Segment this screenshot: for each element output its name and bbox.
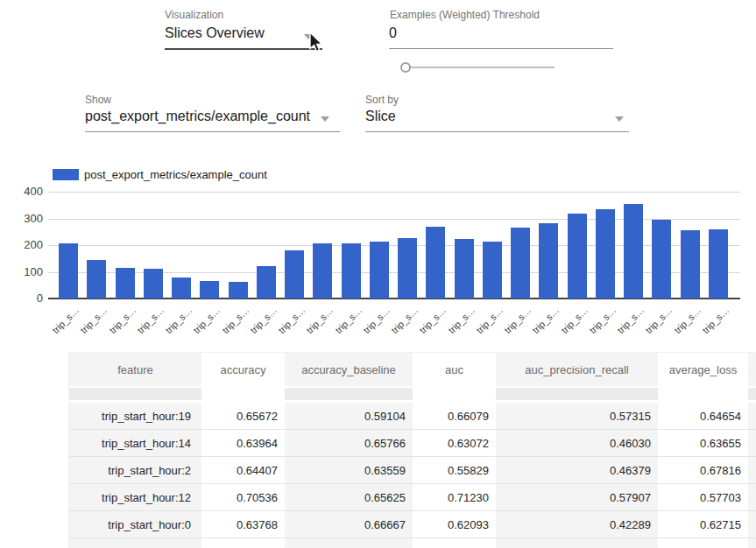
metric-cell: 0.46379 [496,457,658,484]
metric-cell: 0.59104 [285,402,413,430]
metric-cell [748,538,756,548]
metric-cell: 0.65672 [201,402,285,430]
y-axis-tick-label: 100 [0,265,43,278]
metric-cell: 0.42289 [496,511,658,538]
filter-cell [496,387,658,402]
metric-cell [748,511,756,538]
feature-cell: trip_start_hour:0 [69,511,201,538]
metric-cell: 0.63768 [201,511,285,538]
chart-bar[interactable] [370,242,389,299]
chart-bar[interactable] [342,243,361,299]
filter-cell [201,387,285,402]
metric-cell: 0.66667 [285,511,413,538]
feature-cell: trip_start_hour:23 [69,538,201,548]
column-header-accuracy_baseline[interactable]: accuracy_baseline [285,353,413,387]
filter-cell [658,387,748,402]
chart-bar[interactable] [398,238,417,299]
gridline [48,192,740,193]
chart-bar[interactable] [285,250,304,299]
chart-bar[interactable] [455,239,474,299]
column-header-feature[interactable]: feature [69,353,201,387]
chart-bar[interactable] [709,229,728,299]
column-header-average_loss[interactable]: average_loss [658,353,748,387]
metric-cell: 0.66079 [413,402,496,430]
show-underline [85,131,340,132]
chart-bar[interactable] [87,260,106,299]
chart-bar[interactable] [229,282,248,299]
threshold-input[interactable]: 0 [389,25,397,41]
table-row[interactable]: trip_start_hour:120.705360.656250.712300… [69,484,756,511]
metric-cell [748,484,756,511]
metric-cell: 0.65625 [285,484,413,511]
table-header-row: featureaccuracyaccuracy_baselineaucauc_p… [69,353,756,387]
metric-cell: 0.46030 [496,430,658,457]
chart-bar[interactable] [116,268,135,299]
sort-by-dropdown[interactable]: Slice [365,109,396,124]
feature-cell: trip_start_hour:19 [69,402,201,430]
threshold-label: Examples (Weighted) Threshold [390,9,540,21]
metric-cell: 0.55829 [413,457,496,484]
chart-bar[interactable] [568,214,587,299]
table-row[interactable]: trip_start_hour:190.656720.591040.660790… [69,402,756,430]
show-label: Show [85,94,111,106]
y-axis-tick-label: 200 [0,238,43,251]
metric-cell: 0.62715 [658,511,748,538]
chart-bar[interactable] [144,269,163,299]
metric-cell: 0.44173 [496,538,658,548]
show-dropdown[interactable]: post_export_metrics/example_count [85,109,310,124]
metric-cell [748,402,756,430]
table-row[interactable]: trip_start_hour:00.637680.666670.620930.… [69,511,756,538]
chart-bar[interactable] [483,242,502,299]
y-axis-tick-label: 0 [0,292,43,305]
chart-bar[interactable] [681,230,700,299]
column-header-accuracy[interactable]: accuracy [201,353,285,387]
table-row[interactable]: trip_start_hour:140.639640.657660.630720… [69,430,756,457]
table-row[interactable]: trip_start_hour:20.644070.635590.558290.… [69,457,756,484]
threshold-underline [389,48,613,49]
metric-cell: 0.63072 [413,430,496,457]
filter-cell [748,387,756,402]
metric-cell: 0.65766 [285,430,413,457]
threshold-slider-track[interactable] [406,67,555,68]
metric-cell: 0.70536 [201,484,285,511]
metric-cell [748,430,756,457]
visualization-underline [165,48,322,50]
chart-bar[interactable] [511,228,530,299]
chart-bar[interactable] [172,278,191,299]
filter-cell [285,387,413,402]
chevron-down-icon[interactable] [615,116,624,122]
column-header-auc[interactable]: auc [413,353,496,387]
metrics-table: featureaccuracyaccuracy_baselineaucauc_p… [69,353,756,548]
column-header-auc_precision_recall[interactable]: auc_precision_recall [496,353,658,387]
chart-bar[interactable] [539,223,558,299]
chart-bar[interactable] [59,243,78,299]
metric-cell: 0.66016 [201,538,285,548]
chevron-down-icon[interactable] [321,116,329,122]
feature-cell: trip_start_hour:2 [69,457,201,484]
chart-bar[interactable] [313,243,332,299]
visualization-dropdown[interactable]: Slices Overview [165,25,265,41]
feature-cell: trip_start_hour:12 [69,484,201,511]
chart-bar[interactable] [200,281,219,299]
filter-cell [413,387,496,402]
metric-cell: 0.67816 [658,457,748,484]
metric-cell: 0.71230 [413,484,496,511]
feature-cell: trip_start_hour:14 [69,430,201,457]
chart-bar[interactable] [624,204,643,299]
threshold-slider-thumb[interactable] [400,62,411,73]
metric-cell: 0.64407 [201,457,285,484]
sort-by-underline [365,131,629,132]
metric-cell: 0.64654 [658,402,748,430]
metric-cell [748,457,756,484]
chart-bar[interactable] [426,227,445,299]
chart-bar[interactable] [596,209,615,299]
metric-cell: 0.62093 [413,511,496,538]
table-row[interactable]: trip_start_hour:230.660160.648440.583370… [69,538,756,548]
y-axis-tick-label: 300 [0,212,43,225]
metric-cell: 0.64844 [285,538,413,548]
metric-cell: 0.63559 [285,457,413,484]
chart-bar[interactable] [257,266,276,299]
metrics-table-container: featureaccuracyaccuracy_baselineaucauc_p… [68,352,756,548]
chart-bar[interactable] [652,220,671,299]
metric-cell: 0.63655 [658,430,748,457]
